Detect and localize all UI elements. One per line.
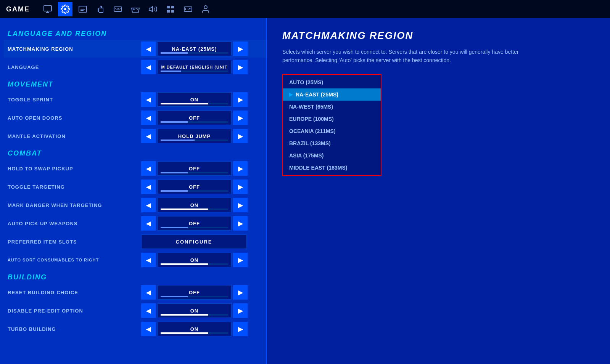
- setting-disable-pre-edit-option[interactable]: DISABLE PRE-EDIT OPTION ◀ ON ▶: [4, 302, 266, 319]
- setting-hold-to-swap-pickup[interactable]: HOLD TO SWAP PICKUP ◀ OFF ▶: [4, 160, 266, 177]
- main-content: LANGUAGE AND REGION MATCHMAKING REGION ◀…: [0, 18, 610, 364]
- section-building: BUILDING: [4, 269, 266, 284]
- matchmaking-region-value: NA-EAST (25MS): [172, 47, 217, 51]
- controller-icon[interactable]: [181, 2, 195, 16]
- setting-auto-open-doors[interactable]: AUTO OPEN DOORS ◀ OFF ▶: [4, 109, 266, 127]
- setting-mantle-activation[interactable]: MANTLE ACTIVATION ◀ HOLD JUMP ▶: [4, 127, 266, 145]
- toggle-sprint-control: ◀ ON ▶: [141, 92, 248, 107]
- svg-rect-15: [167, 10, 170, 13]
- auto-open-doors-slider: [161, 121, 228, 123]
- toggle-targeting-value: OFF: [189, 184, 200, 189]
- turbo-building-label: TURBO BUILDING: [8, 326, 141, 332]
- setting-turbo-building[interactable]: TURBO BUILDING ◀ ON ▶: [4, 320, 266, 338]
- hand-icon[interactable]: [93, 2, 108, 16]
- mark-danger-slider: [161, 208, 228, 210]
- region-selected-arrow: ▶: [289, 92, 293, 97]
- region-asia[interactable]: ASIA (175MS): [283, 149, 381, 162]
- reset-building-choice-next[interactable]: ▶: [233, 285, 248, 300]
- toggle-targeting-next[interactable]: ▶: [233, 180, 248, 194]
- auto-open-doors-next[interactable]: ▶: [233, 111, 248, 125]
- toggle-targeting-prev[interactable]: ◀: [141, 180, 156, 194]
- mantle-activation-value-box: HOLD JUMP: [157, 129, 232, 143]
- region-middle-east[interactable]: MIDDLE EAST (183MS): [283, 162, 381, 174]
- grid-icon[interactable]: [163, 2, 178, 16]
- reset-building-choice-label: RESET BUILDING CHOICE: [8, 290, 141, 295]
- reset-building-choice-prev[interactable]: ◀: [141, 285, 156, 300]
- auto-open-doors-fill: [161, 121, 188, 123]
- setting-reset-building-choice[interactable]: RESET BUILDING CHOICE ◀ OFF ▶: [4, 284, 266, 301]
- configure-box[interactable]: CONFIGURE: [141, 234, 247, 249]
- subtitles-icon[interactable]: [76, 2, 90, 16]
- setting-mark-danger[interactable]: MARK DANGER WHEN TARGETING ◀ ON ▶: [4, 196, 266, 214]
- gamepad1-icon[interactable]: [128, 2, 143, 16]
- section-language-region: LANGUAGE AND REGION: [4, 26, 266, 40]
- toggle-targeting-fill: [161, 190, 188, 192]
- disable-pre-edit-option-next[interactable]: ▶: [233, 303, 248, 318]
- hold-to-swap-pickup-prev[interactable]: ◀: [141, 161, 156, 176]
- turbo-building-prev[interactable]: ◀: [141, 322, 156, 336]
- auto-open-doors-prev[interactable]: ◀: [141, 111, 156, 125]
- language-value: M DEFAULT (ENGLISH (UNIT: [161, 65, 227, 69]
- toggle-targeting-value-box: OFF: [157, 180, 232, 194]
- setting-preferred-item-slots[interactable]: PREFERRED ITEM SLOTS CONFIGURE: [4, 233, 266, 250]
- auto-sort-consumables-prev[interactable]: ◀: [141, 253, 156, 267]
- mantle-activation-control: ◀ HOLD JUMP ▶: [141, 129, 248, 143]
- toggle-targeting-label: TOGGLE TARGETING: [8, 184, 141, 190]
- setting-toggle-sprint[interactable]: TOGGLE SPRINT ◀ ON ▶: [4, 91, 266, 108]
- region-oceania[interactable]: OCEANIA (211MS): [283, 125, 381, 137]
- auto-pick-up-weapons-next[interactable]: ▶: [233, 216, 248, 231]
- reset-building-choice-slider: [161, 296, 228, 297]
- auto-sort-consumables-next[interactable]: ▶: [233, 253, 248, 267]
- preferred-item-slots-control: CONFIGURE: [141, 234, 247, 249]
- mantle-activation-next[interactable]: ▶: [233, 129, 248, 143]
- reset-building-choice-control: ◀ OFF ▶: [141, 285, 248, 300]
- speaker-icon[interactable]: [146, 2, 160, 16]
- toggle-sprint-next[interactable]: ▶: [233, 92, 248, 107]
- gear-icon[interactable]: [58, 2, 72, 16]
- hold-to-swap-pickup-value: OFF: [189, 166, 200, 171]
- region-auto-label: AUTO (25MS): [289, 79, 323, 85]
- region-na-east[interactable]: ▶ NA-EAST (25MS): [283, 88, 381, 101]
- language-control: ◀ M DEFAULT (ENGLISH (UNIT ▶: [141, 60, 248, 74]
- auto-pick-up-weapons-prev[interactable]: ◀: [141, 216, 156, 231]
- matchmaking-region-slider: [161, 52, 228, 54]
- setting-auto-sort-consumables[interactable]: AUTO SORT CONSUMABLES TO RIGHT ◀ ON ▶: [4, 251, 266, 269]
- region-europe-label: EUROPE (100MS): [289, 116, 334, 122]
- region-na-west[interactable]: NA-WEST (65MS): [283, 101, 381, 113]
- region-brazil[interactable]: BRAZIL (133MS): [283, 137, 381, 149]
- turbo-building-next[interactable]: ▶: [233, 322, 248, 336]
- region-europe[interactable]: EUROPE (100MS): [283, 113, 381, 125]
- matchmaking-region-prev[interactable]: ◀: [141, 42, 156, 56]
- mantle-activation-prev[interactable]: ◀: [141, 129, 156, 143]
- preferred-item-slots-label: PREFERRED ITEM SLOTS: [8, 239, 141, 245]
- monitor-icon[interactable]: [40, 2, 55, 16]
- auto-pick-up-weapons-value: OFF: [189, 221, 200, 226]
- svg-rect-13: [167, 6, 170, 8]
- setting-toggle-targeting[interactable]: TOGGLE TARGETING ◀ OFF ▶: [4, 178, 266, 196]
- keyboard-icon[interactable]: [111, 2, 125, 16]
- hold-to-swap-pickup-next[interactable]: ▶: [233, 161, 248, 176]
- mark-danger-prev[interactable]: ◀: [141, 198, 156, 212]
- svg-rect-16: [171, 10, 174, 13]
- mark-danger-next[interactable]: ▶: [233, 198, 248, 212]
- toggle-targeting-control: ◀ OFF ▶: [141, 180, 248, 194]
- reset-building-choice-fill: [161, 296, 188, 297]
- language-next[interactable]: ▶: [233, 60, 248, 74]
- language-prev[interactable]: ◀: [141, 60, 156, 74]
- auto-pick-up-weapons-control: ◀ OFF ▶: [141, 216, 248, 231]
- configure-text: CONFIGURE: [176, 239, 212, 245]
- auto-open-doors-value-box: OFF: [157, 111, 232, 125]
- disable-pre-edit-option-prev[interactable]: ◀: [141, 303, 156, 318]
- hold-to-swap-pickup-value-box: OFF: [157, 161, 232, 176]
- setting-matchmaking-region[interactable]: MATCHMAKING REGION ◀ NA-EAST (25MS) ▶: [4, 40, 266, 58]
- person-icon[interactable]: [198, 2, 213, 16]
- mark-danger-label: MARK DANGER WHEN TARGETING: [8, 202, 141, 208]
- mark-danger-value-box: ON: [157, 198, 232, 212]
- setting-auto-pick-up-weapons[interactable]: AUTO PICK UP WEAPONS ◀ OFF ▶: [4, 215, 266, 232]
- region-auto[interactable]: AUTO (25MS): [283, 76, 381, 88]
- turbo-building-value-box: ON: [157, 322, 232, 336]
- game-title: GAME: [6, 5, 30, 13]
- toggle-sprint-prev[interactable]: ◀: [141, 92, 156, 107]
- setting-language[interactable]: LANGUAGE ◀ M DEFAULT (ENGLISH (UNIT ▶: [4, 58, 266, 76]
- matchmaking-region-next[interactable]: ▶: [233, 42, 248, 56]
